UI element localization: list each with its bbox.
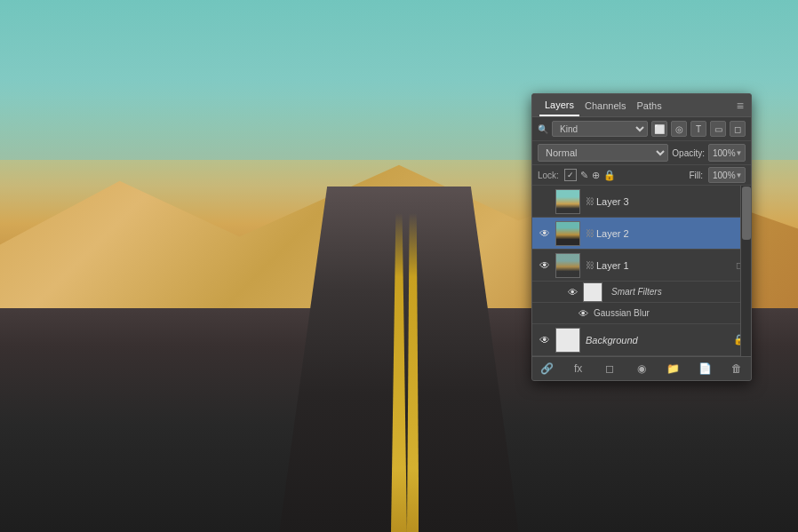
- layer2-name: Layer 2: [596, 228, 746, 239]
- eye-gaussian-blur[interactable]: 👁: [579, 308, 588, 319]
- chain-icon-layer1: ⛓: [586, 260, 595, 270]
- layer-style-btn[interactable]: fx: [570, 361, 587, 377]
- eye-icon-background: 👁: [539, 334, 550, 346]
- filter-adjustment-icon[interactable]: ◎: [671, 121, 687, 137]
- chain-layer1: ⛓: [586, 253, 595, 278]
- thumb-smart-filters-inner: [584, 283, 602, 301]
- visibility-background[interactable]: 👁: [538, 333, 552, 347]
- gaussian-blur-row[interactable]: 👁 Gaussian Blur ≡: [532, 303, 751, 324]
- new-layer-btn[interactable]: 📄: [696, 361, 714, 377]
- lock-transparent-btn[interactable]: ✓: [564, 169, 577, 181]
- layers-panel: Layers Channels Paths ≡ 🔍 Kind Name Effe…: [531, 93, 752, 381]
- lock-icons: ✓ ✎ ⊕ 🔒: [564, 169, 616, 181]
- layer-item-layer1[interactable]: 👁 ⛓ Layer 1 ◻: [532, 250, 751, 282]
- background-name: Background: [586, 335, 733, 345]
- opacity-arrow: ▼: [736, 149, 743, 157]
- tab-channels[interactable]: Channels: [579, 94, 631, 116]
- eye-smart-filters[interactable]: 👁: [568, 287, 578, 298]
- panel-footer: 🔗 fx ◻ ◉ 📁 📄 🗑: [532, 356, 751, 380]
- blend-row: Normal Dissolve Multiply Screen Overlay …: [532, 141, 751, 165]
- opacity-label: Opacity:: [672, 148, 705, 158]
- mask-btn[interactable]: ◻: [601, 361, 618, 377]
- smart-filters-label: Smart Filters: [608, 287, 662, 297]
- lock-all-icon[interactable]: 🔒: [603, 170, 616, 181]
- opacity-number: 100%: [713, 148, 736, 158]
- layer1-name: Layer 1: [596, 260, 733, 271]
- layer-item-background[interactable]: 👁 Background 🔒: [532, 324, 751, 356]
- link-layers-btn[interactable]: 🔗: [538, 361, 555, 377]
- chain-icon-layer3: ⛓: [586, 196, 595, 206]
- layer3-name: Layer 3: [596, 196, 746, 207]
- lock-label: Lock:: [538, 171, 559, 180]
- visibility-layer3[interactable]: [538, 195, 552, 209]
- layer-item-layer3[interactable]: ⛓ Layer 3: [532, 186, 751, 218]
- layers-scrollbar[interactable]: [740, 186, 751, 356]
- thumb-smart-filters: [583, 282, 602, 302]
- eye-icon-layer2: 👁: [539, 227, 550, 240]
- lock-row: Lock: ✓ ✎ ⊕ 🔒 Fill: 100% ▼: [532, 165, 751, 186]
- thumb-layer3: [555, 189, 580, 214]
- lock-move-icon[interactable]: ⊕: [592, 170, 600, 181]
- chain-icon-layer2: ⛓: [586, 228, 595, 238]
- lock-check-icon: ✓: [567, 171, 574, 179]
- visibility-layer2[interactable]: 👁: [538, 226, 552, 241]
- fill-label: Fill:: [689, 171, 703, 180]
- fill-value[interactable]: 100% ▼: [708, 167, 746, 183]
- chain-layer3: ⛓: [586, 189, 595, 214]
- smart-filters-row: 👁 Smart Filters: [532, 282, 751, 303]
- scroll-thumb[interactable]: [742, 187, 751, 240]
- thumb-layer2: [555, 221, 580, 246]
- filter-pixel-icon[interactable]: ⬜: [651, 121, 667, 137]
- opacity-value[interactable]: 100% ▼: [708, 144, 746, 162]
- eye-icon-layer1: 👁: [539, 259, 550, 272]
- thumb-layer1-inner: [556, 254, 579, 277]
- group-btn[interactable]: 📁: [665, 361, 682, 377]
- search-icon: 🔍: [538, 124, 548, 134]
- fill-arrow: ▼: [736, 171, 743, 179]
- tab-paths[interactable]: Paths: [632, 94, 667, 116]
- delete-layer-btn[interactable]: 🗑: [728, 361, 746, 377]
- thumb-background: [555, 328, 580, 353]
- thumb-background-inner: [556, 329, 579, 352]
- chain-layer2: ⛓: [586, 221, 595, 246]
- layers-list: ⛓ Layer 3 👁 ⛓ Layer 2 👁: [532, 186, 751, 356]
- layer-item-layer2[interactable]: 👁 ⛓ Layer 2: [532, 218, 751, 250]
- visibility-layer1[interactable]: 👁: [538, 258, 552, 273]
- thumb-layer2-inner: [556, 222, 579, 245]
- filter-shape-icon[interactable]: ▭: [710, 121, 726, 137]
- filter-smart-icon[interactable]: ◻: [730, 121, 746, 137]
- thumb-layer3-inner: [556, 190, 579, 213]
- panel-tabs: Layers Channels Paths ≡: [532, 94, 751, 117]
- adjustment-btn[interactable]: ◉: [633, 361, 650, 377]
- fill-number: 100%: [713, 171, 736, 180]
- thumb-layer1: [555, 253, 580, 278]
- filter-row: 🔍 Kind Name Effect Mode ⬜ ◎ T ▭ ◻: [532, 117, 751, 141]
- gaussian-blur-name: Gaussian Blur: [594, 308, 740, 318]
- lock-paint-icon[interactable]: ✎: [580, 170, 588, 181]
- kind-filter-select[interactable]: Kind Name Effect Mode: [552, 121, 648, 137]
- blend-mode-select[interactable]: Normal Dissolve Multiply Screen Overlay: [538, 144, 668, 162]
- tab-layers[interactable]: Layers: [539, 94, 579, 116]
- filter-type-icon[interactable]: T: [690, 121, 706, 137]
- panel-menu-icon[interactable]: ≡: [737, 99, 744, 113]
